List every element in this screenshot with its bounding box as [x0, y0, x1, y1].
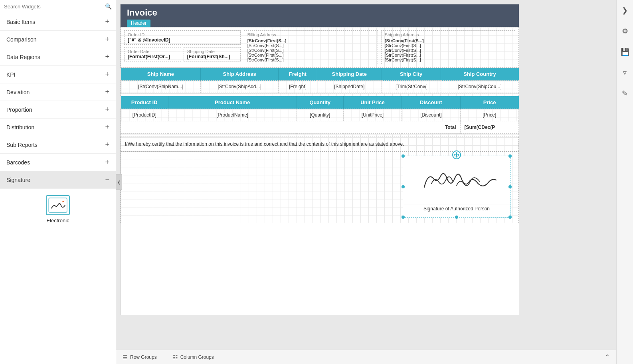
handle-rm[interactable] [508, 185, 512, 188]
handle-tr[interactable] [508, 154, 512, 158]
cell-ship-city: [Trim(StrConv( [382, 81, 441, 93]
column-groups-item[interactable]: ☷ Column Groups [173, 354, 214, 360]
sidebar-item-sub-reports[interactable]: Sub Reports+ [0, 136, 116, 154]
collapse-right-button[interactable]: ❯ [619, 4, 631, 17]
billing-row-4: [StrConv(First(S...] [247, 57, 374, 62]
cell-product-id: [ProductID] [121, 109, 168, 121]
sidebar-item-label-signature: Signature [6, 177, 30, 183]
signature-drawing [413, 162, 500, 198]
billing-address-label: Billing Address [247, 32, 374, 37]
shipping-address-block: Shipping Address [StrConv(First(S...] [S… [381, 30, 515, 64]
billing-row-2: [StrConv(First(S...] [247, 48, 374, 53]
spacer-1 [121, 93, 519, 96]
handle-tl[interactable] [402, 154, 405, 158]
canvas-wrapper[interactable]: Invoice Header Order ID ["#" & @InvoiceI… [116, 0, 616, 350]
sidebar-item-toggle-comparison[interactable]: + [105, 35, 109, 44]
total-row: Total [Sum(CDec(P [121, 121, 519, 134]
col-shipping-date: Shipping Date [317, 68, 382, 81]
col-discount: Discount [402, 96, 460, 109]
signature-widget[interactable]: Electronic [0, 189, 116, 230]
sidebar-item-toggle-kpi[interactable]: + [105, 70, 109, 79]
header-badge: Header [127, 20, 150, 27]
filter-icon[interactable]: ▿ [619, 66, 631, 79]
sidebar-item-comparison[interactable]: Comparison+ [0, 31, 116, 48]
shipping-row-4: [StrConv(First(S...] [385, 57, 512, 62]
shipping-address-label: Shipping Address [385, 32, 512, 37]
col-price: Price [460, 96, 518, 109]
search-icon: 🔍 [105, 3, 112, 10]
handle-bl[interactable] [402, 216, 405, 219]
sidebar-item-signature[interactable]: Signature− [0, 171, 116, 189]
signature-box[interactable]: Signature of Authorized Person [403, 156, 510, 218]
sidebar-item-toggle-deviation[interactable]: + [105, 88, 109, 96]
move-icon [454, 152, 459, 158]
shipping-row-0: [StrConv(First(S...] [385, 38, 512, 43]
collapse-sidebar-button[interactable]: ❮ [116, 174, 122, 190]
cell-price: [Price] [460, 109, 518, 121]
shipping-date-field: Shipping Date [Format(First(Sh...] [184, 47, 241, 61]
sidebar-item-label-data-regions: Data Regions [6, 54, 40, 60]
sidebar-item-label-proportion: Proportion [6, 107, 32, 113]
sidebar-item-data-regions[interactable]: Data Regions+ [0, 48, 116, 66]
order-left-block: Order ID ["#" & @InvoiceID] Order Date [… [124, 30, 241, 64]
left-sidebar: 🔍 Basic Items+Comparison+Data Regions+KP… [0, 0, 116, 364]
sidebar-item-basic-items[interactable]: Basic Items+ [0, 13, 116, 31]
cell-ship-address: [StrConv(ShipAdd...] [201, 81, 278, 93]
scroll-up-button[interactable]: ⌃ [605, 353, 610, 361]
signature-area: Signature of Authorized Person [121, 151, 519, 223]
sidebar-item-deviation[interactable]: Deviation+ [0, 83, 116, 101]
total-value: [Sum(CDec(P [460, 121, 518, 134]
sidebar-item-toggle-signature[interactable]: − [105, 176, 109, 184]
sidebar-item-label-barcodes: Barcodes [6, 159, 30, 166]
handle-lm[interactable] [402, 185, 405, 188]
order-date-value: [Format(First(Or...] [128, 54, 178, 59]
shipping-table: Ship Name Ship Address Freight Shipping … [121, 68, 519, 93]
signature-widget-icon [46, 195, 70, 215]
col-freight: Freight [278, 68, 317, 81]
gear-icon[interactable]: ⚙ [619, 25, 631, 38]
signature-caption: Signature of Authorized Person [403, 204, 510, 213]
billing-address-block: Billing Address [StrConv(First(S...] [St… [244, 30, 378, 64]
order-id-value: ["#" & @InvoiceID] [128, 37, 237, 43]
shipping-row-2: [StrConv(First(S...] [385, 48, 512, 53]
billing-row-1: [StrConv(First(S...] [247, 43, 374, 48]
sidebar-item-barcodes[interactable]: Barcodes+ [0, 154, 116, 171]
signature-move-handle[interactable] [452, 150, 461, 159]
database-icon[interactable]: 💾 [619, 46, 631, 58]
table-row: [StrConv(ShipNam...] [StrConv(ShipAdd...… [121, 81, 519, 93]
row-groups-label: Row Groups [130, 354, 157, 360]
sidebar-item-toggle-proportion[interactable]: + [105, 105, 109, 114]
handle-bm[interactable] [455, 216, 458, 219]
sidebar-item-toggle-data-regions[interactable]: + [105, 53, 109, 61]
shipping-row-3: [StrConv(First(S...] [385, 53, 512, 57]
search-bar[interactable]: 🔍 [0, 0, 116, 13]
sidebar-item-label-kpi: KPI [6, 71, 16, 78]
cell-freight: [Freight] [278, 81, 317, 93]
sidebar-item-toggle-barcodes[interactable]: + [105, 158, 109, 166]
footer-text: I/We hereby certify that the information… [125, 141, 514, 147]
col-unit-price: Unit Price [343, 96, 402, 109]
cell-unit-price: [UnitPrice] [343, 109, 402, 121]
edit-icon[interactable]: ✎ [619, 87, 631, 100]
signature-widget-label: Electronic [46, 218, 69, 224]
sidebar-item-distribution[interactable]: Distribution+ [0, 119, 116, 136]
order-id-label: Order ID [128, 32, 237, 37]
main-canvas-area: Invoice Header Order ID ["#" & @InvoiceI… [116, 0, 616, 364]
sidebar-item-toggle-distribution[interactable]: + [105, 123, 109, 131]
table-row: [ProductID] [ProductName] [Quantity] [Un… [121, 109, 519, 121]
search-input[interactable] [4, 4, 105, 10]
row-groups-item[interactable]: ☰ Row Groups [123, 354, 157, 360]
cell-ship-country: [StrConv(ShipCou...] [441, 81, 518, 93]
sidebar-item-proportion[interactable]: Proportion+ [0, 101, 116, 119]
cell-shipped-date: [ShippedDate] [317, 81, 382, 93]
sidebar-item-toggle-sub-reports[interactable]: + [105, 140, 109, 149]
column-groups-label: Column Groups [180, 354, 214, 360]
handle-br[interactable] [508, 216, 512, 219]
sidebar-item-label-sub-reports: Sub Reports [6, 142, 38, 148]
sidebar-item-toggle-basic-items[interactable]: + [105, 18, 109, 26]
order-date-field: Order Date [Format(First(Or...] [124, 47, 181, 61]
col-ship-country: Ship Country [441, 68, 518, 81]
col-ship-address: Ship Address [201, 68, 278, 81]
sidebar-item-kpi[interactable]: KPI+ [0, 66, 116, 83]
cell-discount: [Discount] [402, 109, 460, 121]
